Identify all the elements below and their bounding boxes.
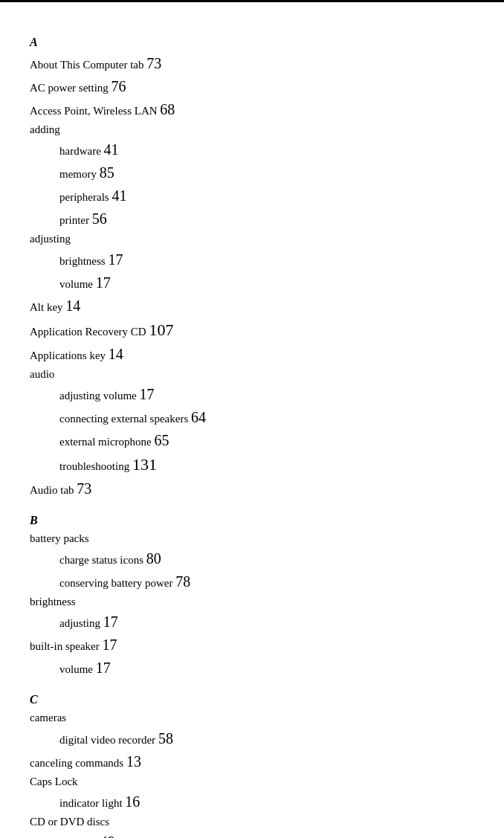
entry-text: indicator light 16 [30,790,474,813]
index-entry: brightness [30,593,474,610]
index-entry: peripherals 41 [30,184,474,207]
page-number: 131 [132,455,157,474]
entry-text: Applications key 14 [30,343,474,366]
entry-text: Application Recovery CD 107 [30,318,474,343]
page-number: 56 [92,210,107,227]
entry-text: CD or DVD discs [30,813,474,831]
entry-text: Caps Lock [30,773,474,790]
index-entry: adding [30,121,474,138]
page-number: 14 [65,297,80,314]
entry-text: About This Computer tab 73 [30,52,474,75]
index-entry: adjusting [30,231,474,248]
index-entry: volume 17 [30,271,474,294]
entry-text: adding [30,121,474,138]
page-number: 65 [154,432,169,448]
page-number: 17 [102,636,117,653]
page-number: 76 [112,78,126,94]
entry-text: digital video recorder 58 [30,727,474,750]
page-number: 64 [191,409,206,425]
index-content: AAbout This Computer tab 73AC power sett… [30,36,474,838]
index-entry: AC power setting 76 [30,75,474,98]
page-number: 16 [125,793,140,810]
page-number: 17 [96,660,111,676]
index-entry: audio [30,366,474,383]
index-entry: battery packs [30,530,474,547]
page-number: 73 [146,55,161,71]
page-number: 41 [104,141,119,158]
entry-text: memory 85 [30,161,474,184]
index-entry: Caps Lock [30,773,474,790]
index-entry: CD or DVD discs [30,813,474,831]
index-entry: digital video recorder 58 [30,727,474,750]
entry-text: cleaning 49 [30,831,474,838]
page-number: 17 [96,274,111,291]
index-entry: printer 56 [30,207,474,231]
entry-text: printer 56 [30,207,474,231]
index-entry: brightness 17 [30,248,474,271]
page-number: 85 [100,164,114,181]
index-entry: memory 85 [30,161,474,184]
page-number: 73 [77,480,91,497]
section-letter-a: A [30,36,474,49]
index-entry: indicator light 16 [30,790,474,813]
entry-text: canceling commands 13 [30,750,474,773]
entry-text: charge status icons 80 [30,547,474,570]
page-number: 49 [100,834,115,838]
index-entry: About This Computer tab 73 [30,52,474,75]
index-entry: adjusting 17 [30,610,474,634]
page-number: 58 [158,730,173,747]
index-entry: canceling commands 13 [30,750,474,773]
section-letter-b: B [30,514,474,527]
entry-text: adjusting 17 [30,610,474,634]
index-entry: Alt key 14 [30,294,474,318]
entry-text: conserving battery power 78 [30,570,474,593]
entry-text: troubleshooting 131 [30,452,474,477]
page-border-top [0,0,504,2]
entry-text: volume 17 [30,657,474,680]
entry-text: Audio tab 73 [30,477,474,500]
index-entry: Applications key 14 [30,343,474,366]
index-entry: cameras [30,709,474,726]
entry-text: Alt key 14 [30,294,474,318]
entry-text: battery packs [30,530,474,547]
page-number: 13 [126,753,141,770]
page-number: 14 [109,346,123,362]
page-number: 17 [140,386,155,402]
index-entry: hardware 41 [30,138,474,161]
entry-text: brightness [30,593,474,610]
index-entry: troubleshooting 131 [30,452,474,477]
index-entry: adjusting volume 17 [30,383,474,406]
page-number: 68 [160,101,175,117]
section-letter-c: C [30,693,474,706]
entry-text: peripherals 41 [30,184,474,207]
entry-text: built-in speaker 17 [30,634,474,657]
page-number: 107 [149,320,173,339]
index-entry: built-in speaker 17 [30,634,474,657]
entry-text: external microphone 65 [30,429,474,452]
entry-text: hardware 41 [30,138,474,161]
entry-text: adjusting volume 17 [30,383,474,406]
index-entry: volume 17 [30,657,474,680]
index-entry: connecting external speakers 64 [30,406,474,429]
entry-text: adjusting [30,231,474,248]
index-entry: external microphone 65 [30,429,474,452]
entry-text: AC power setting 76 [30,75,474,98]
page-number: 80 [146,550,161,567]
page-number: 78 [175,573,190,590]
index-entry: charge status icons 80 [30,547,474,570]
page-container: AAbout This Computer tab 73AC power sett… [0,0,504,838]
index-entry: Application Recovery CD 107 [30,318,474,343]
index-entry: Access Point, Wireless LAN 68 [30,98,474,121]
page-number: 41 [112,187,126,204]
entry-text: brightness 17 [30,248,474,271]
page-number: 17 [108,251,123,268]
entry-text: cameras [30,709,474,726]
entry-text: connecting external speakers 64 [30,406,474,429]
index-entry: Audio tab 73 [30,477,474,500]
index-entry: cleaning 49 [30,831,474,838]
entry-text: audio [30,366,474,383]
index-entry: conserving battery power 78 [30,570,474,593]
page-number: 17 [103,613,118,630]
entry-text: volume 17 [30,271,474,294]
entry-text: Access Point, Wireless LAN 68 [30,98,474,121]
